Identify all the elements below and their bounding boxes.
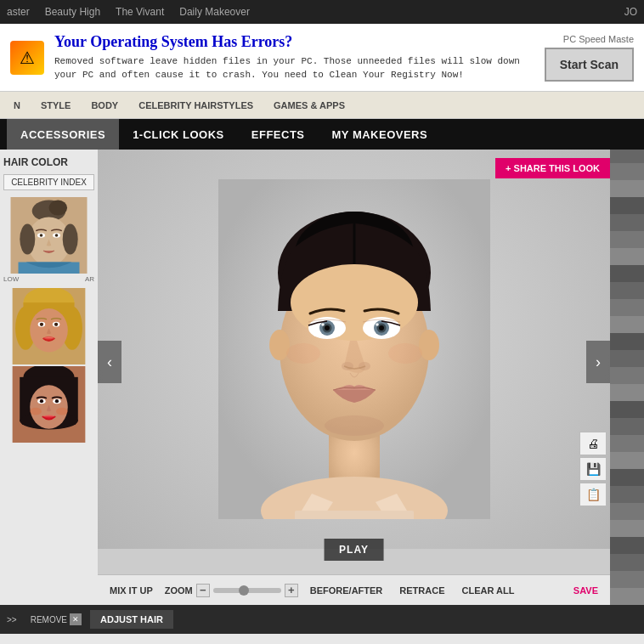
sec-nav-games-apps[interactable]: GAMES & APPS [263,92,355,118]
main-navigation: ACCESSORIES 1-CLICK LOOKS EFFECTS MY MAK… [0,119,644,150]
play-button[interactable]: PLAY [324,539,384,561]
svg-point-4 [20,224,35,255]
nav-beauty-high[interactable]: Beauty High [45,6,100,18]
before-after-button[interactable]: BEFORE/AFTER [302,582,392,599]
nav-jo[interactable]: JO [624,6,637,18]
svg-point-5 [63,224,78,255]
ad-text-block: Your Operating System Has Errors? Remove… [54,33,534,82]
download-icon: 💾 [586,462,601,476]
zoom-label: ZOOM [165,585,193,596]
save-button[interactable]: SAVE [565,582,607,599]
nav-the-vivant[interactable]: The Vivant [116,6,164,18]
remove-action: REMOVE ✕ [24,605,88,634]
canvas-area: + SHARE THIS LOOK ‹ [98,150,610,574]
sec-nav-n[interactable]: N [3,92,31,118]
content-area: HAIR COLOR CELEBRITY INDEX [0,150,644,605]
face-canvas [98,150,610,549]
bottom-toolbar: MIX IT UP ZOOM − + BEFORE/AFTER RETRACE … [98,574,610,605]
zoom-thumb [239,585,249,596]
right-image-strip [610,150,644,605]
sec-nav-style[interactable]: STYLE [31,92,81,118]
save-icon: 📋 [586,488,601,501]
svg-point-2 [49,201,68,216]
celebrity-1-labels: LOW AR [3,275,94,283]
face-illustration-svg [218,179,490,519]
share-button[interactable]: + SHARE THIS LOOK [495,158,610,178]
svg-point-55 [286,343,320,364]
sec-nav-body[interactable]: BODY [81,92,128,118]
ad-right-label: PC Speed Maste [563,34,634,44]
svg-point-28 [40,399,43,403]
action-arrows[interactable]: >> [0,605,24,634]
retrace-button[interactable]: RETRACE [391,582,453,599]
download-button[interactable]: 💾 [579,457,607,481]
print-button[interactable]: 🖨 [579,432,607,455]
celebrity-face-1 [3,197,94,274]
svg-point-29 [55,399,59,403]
next-arrow-button[interactable]: › [586,341,610,383]
nav-my-makeovers[interactable]: MY MAKEOVERS [319,119,442,150]
action-bar: >> REMOVE ✕ ADJUST HAIR [0,605,644,634]
celebrity-face-3 [3,366,94,443]
main-content: + SHARE THIS LOOK ‹ [98,150,610,605]
prev-arrow-icon: ‹ [107,353,112,371]
ad-banner: ⚠ Your Operating System Has Errors? Remo… [0,24,644,92]
svg-point-46 [321,323,325,326]
play-button-wrap: PLAY [324,539,384,561]
nav-effects[interactable]: EFFECTS [238,119,319,150]
nav-1click-looks[interactable]: 1-CLICK LOOKS [119,119,238,150]
zoom-track[interactable] [213,588,281,593]
arrows-icon: >> [7,615,17,624]
zoom-control: ZOOM − + [165,584,298,597]
left-sidebar: HAIR COLOR CELEBRITY INDEX [0,150,98,605]
print-icon: 🖨 [587,437,599,450]
svg-point-45 [325,325,330,330]
svg-point-19 [40,323,43,326]
svg-point-8 [40,234,43,237]
top-navigation: aster Beauty High The Vivant Daily Makeo… [0,0,644,24]
next-arrow-icon: › [596,353,601,371]
ad-warning-icon: ⚠ [10,41,44,75]
nav-aster[interactable]: aster [7,6,30,18]
svg-point-51 [376,323,379,326]
remove-label: REMOVE [31,615,67,624]
remove-x-button[interactable]: ✕ [70,613,82,625]
zoom-minus-button[interactable]: − [196,584,210,597]
svg-point-54 [325,415,384,436]
face-display [98,150,610,549]
nav-daily-makeover[interactable]: Daily Makeover [179,6,250,18]
svg-point-31 [56,408,68,415]
svg-point-20 [54,323,58,326]
sec-nav-celebrity-hairstyles[interactable]: CELEBRITY HAIRSTYLES [128,92,263,118]
svg-point-37 [269,330,290,360]
save-icon-button[interactable]: 📋 [579,483,607,506]
mix-it-up-button[interactable]: MIX IT UP [101,582,161,599]
clear-all-button[interactable]: CLEAR ALL [453,582,523,599]
celebrity-face-2 [3,288,94,364]
svg-point-30 [30,408,42,415]
celebrity-thumb-3[interactable] [3,366,94,443]
hair-color-label: HAIR COLOR [3,156,94,168]
celebrity-index-button[interactable]: CELEBRITY INDEX [3,174,94,190]
prev-arrow-button[interactable]: ‹ [98,341,121,383]
celebrity-thumb-1[interactable] [3,197,94,274]
svg-point-56 [388,343,422,364]
celebrity-thumb-2[interactable] [3,288,94,364]
nav-accessories[interactable]: ACCESSORIES [7,119,119,150]
utility-icons: 🖨 💾 📋 [579,432,607,506]
zoom-plus-button[interactable]: + [285,584,298,597]
scan-button[interactable]: Start Scan [545,48,634,82]
ad-title: Your Operating System Has Errors? [54,33,534,51]
svg-point-38 [419,330,439,360]
svg-rect-35 [295,511,414,519]
ad-body: Removed software leave hidden files in y… [54,54,534,82]
svg-point-50 [379,325,384,330]
svg-point-9 [55,234,59,237]
secondary-navigation: N STYLE BODY CELEBRITY HAIRSTYLES GAMES … [0,92,644,119]
adjust-hair-button[interactable]: ADJUST HAIR [90,610,173,629]
